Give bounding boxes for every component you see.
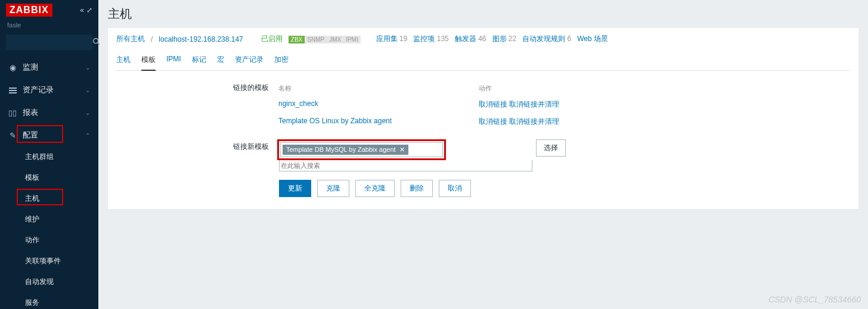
crumb-link[interactable]: 自动发现规则 6 [522,34,571,44]
logo[interactable]: ZABBIX [6,4,52,17]
zbx-tag: ZBX [289,36,305,43]
tab-macros[interactable]: 宏 [217,51,224,70]
table-row: Template OS Linux by Zabbix agent 取消链接 取… [278,114,586,130]
wrench-icon: ✎ [8,131,17,140]
tabs: 主机 模板 IPMI 标记 宏 资产记录 加密 [116,51,850,71]
crumb-link[interactable]: Web 场景 [577,34,608,44]
sidebar-item-hostgroups[interactable]: 主机群组 [0,146,98,167]
multiselect-input-wrap[interactable] [279,160,532,171]
tab-inventory[interactable]: 资产记录 [235,51,264,70]
availability-tags: ZBXSNMPJMXIPMI [289,35,361,43]
unlink-link[interactable]: 取消链接 [479,117,507,126]
label-linked-templates: 链接的模板 [116,80,277,93]
col-name: 名称 [278,82,478,95]
tab-ipmi[interactable]: IPMI [166,51,181,70]
ipmi-tag: IPMI [343,36,361,43]
collapse-icon[interactable]: « [80,6,84,14]
cancel-button[interactable]: 取消 [439,180,471,197]
fullscreen-icon[interactable]: ⤢ [86,6,92,14]
highlight-box: Template DB MySQL by Zabbix agent✕ [277,139,446,160]
menu-label: 配置 [23,130,38,141]
chevron-down-icon: ⌄ [85,87,90,93]
chevron-up-icon: ⌃ [85,132,90,139]
unlink-clear-link[interactable]: 取消链接并清理 [509,100,559,108]
form-area: 链接的模板 名称 动作 nginx_check 取消链接 取消链接并清理 Tem… [116,80,587,203]
select-button[interactable]: 选择 [536,139,566,157]
menu-configuration[interactable]: ✎ 配置 ⌃ [0,124,98,146]
logo-row: ZABBIX « ⤢ [0,0,98,20]
menu-reports[interactable]: ▯▯ 报表 ⌄ [0,101,98,124]
tab-templates[interactable]: 模板 [141,51,156,71]
tab-host[interactable]: 主机 [116,51,131,70]
template-search-input[interactable] [280,160,532,171]
separator: / [151,35,153,43]
sidebar-item-discovery[interactable]: 自动发现 [0,271,98,292]
svg-point-0 [94,39,98,43]
snmp-tag: SNMP [305,36,327,43]
eye-icon: ◉ [8,63,17,72]
delete-button[interactable]: 删除 [401,180,433,197]
content-panel: 所有主机 / localhost-192.168.238.147 已启用 ZBX… [108,28,858,209]
crumb-link[interactable]: 应用集 19 [376,34,408,44]
list-icon [8,86,17,95]
clone-button[interactable]: 克隆 [317,180,349,197]
chevron-down-icon: ⌄ [85,110,90,116]
search-box[interactable] [6,35,92,50]
full-clone-button[interactable]: 全克隆 [355,180,395,197]
sidebar-item-correlation[interactable]: 关联项事件 [0,251,98,271]
button-row: 更新 克隆 全克隆 删除 取消 [279,180,587,197]
tab-encryption[interactable]: 加密 [274,51,289,70]
update-button[interactable]: 更新 [279,180,311,197]
menu-inventory[interactable]: 资产记录 ⌄ [0,79,98,101]
sidebar-item-hosts[interactable]: 主机 [0,188,98,209]
menu-monitoring[interactable]: ◉ 监测 ⌄ [0,56,98,79]
label-link-new-template: 链接新模板 [116,139,277,152]
sidebar-item-actions[interactable]: 动作 [0,230,98,251]
breadcrumb: 所有主机 / localhost-192.168.238.147 已启用 ZBX… [116,34,850,44]
remove-tag-icon[interactable]: ✕ [399,146,405,153]
breadcrumb-host[interactable]: localhost-192.168.238.147 [159,35,243,43]
crumb-link[interactable]: 监控项 135 [413,34,448,44]
sidebar-item-maintenance[interactable]: 维护 [0,209,98,230]
crumb-link[interactable]: 图形 22 [492,34,517,44]
chart-icon: ▯▯ [8,108,17,117]
crumb-link[interactable]: 触发器 46 [455,34,486,44]
sidebar-item-templates[interactable]: 模板 [0,167,98,188]
page-title: 主机 [108,6,858,22]
breadcrumb-all-hosts[interactable]: 所有主机 [116,34,145,44]
sidebar: ZABBIX « ⤢ fasle ◉ 监测 ⌄ 资产记录 ⌄ ▯▯ 报表 ⌄ ✎… [0,0,98,309]
menu-label: 监测 [23,62,38,73]
table-row: nginx_check 取消链接 取消链接并清理 [278,96,586,113]
search-input[interactable] [10,39,92,46]
chevron-down-icon: ⌄ [85,64,90,71]
header-icons: « ⤢ [80,6,92,14]
template-link[interactable]: nginx_check [278,99,318,108]
unlink-link[interactable]: 取消链接 [479,100,507,108]
status-enabled: 已启用 [261,34,283,44]
jmx-tag: JMX [327,36,343,43]
selected-template-tag: Template DB MySQL by Zabbix agent✕ [283,145,408,155]
watermark: CSDN @SCL_78534660 [768,295,861,304]
sidebar-item-services[interactable]: 服务 [0,292,98,309]
tab-tags[interactable]: 标记 [192,51,206,70]
linked-templates-table: 名称 动作 nginx_check 取消链接 取消链接并清理 Template … [277,80,587,131]
username: fasle [0,20,98,32]
template-multiselect[interactable]: Template DB MySQL by Zabbix agent✕ [280,142,443,157]
unlink-clear-link[interactable]: 取消链接并清理 [509,117,559,126]
template-link[interactable]: Template OS Linux by Zabbix agent [278,117,392,125]
menu-label: 报表 [23,107,38,118]
col-action: 动作 [479,82,586,95]
main-content: 主机 所有主机 / localhost-192.168.238.147 已启用 … [98,0,868,215]
menu-label: 资产记录 [23,85,54,95]
